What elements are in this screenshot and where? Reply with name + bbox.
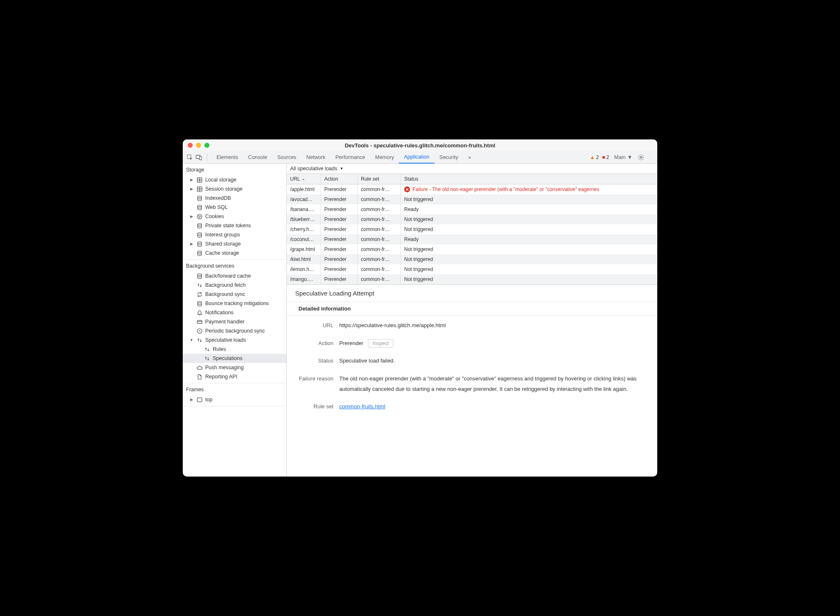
- table-row[interactable]: /coconut…Prerendercommon-fr…Ready: [287, 234, 657, 244]
- td-ruleset: common-fr…: [358, 234, 401, 244]
- sidebar-section-storage: Storage ▶Local storage▶Session storageIn…: [183, 164, 286, 260]
- tab-sources[interactable]: Sources: [272, 152, 301, 163]
- updown-icon: [204, 346, 210, 353]
- error-icon: ✕: [404, 186, 410, 192]
- sidebar-item-label: Rules: [213, 346, 226, 352]
- db-grid-icon: [196, 186, 203, 192]
- svg-point-17: [197, 214, 201, 219]
- sidebar-item-session-storage[interactable]: ▶Session storage: [183, 184, 286, 194]
- sidebar-item-label: top: [205, 397, 212, 402]
- chevron-right-icon: ▶: [189, 178, 194, 182]
- th-action[interactable]: Action: [321, 174, 358, 184]
- th-status-label: Status: [404, 176, 418, 182]
- th-url-label: URL: [290, 176, 300, 182]
- svg-point-18: [198, 215, 199, 216]
- zoom-button[interactable]: [204, 143, 209, 148]
- detail-failure-label: Failure reason: [298, 374, 339, 394]
- sidebar-item-top[interactable]: ▶top: [183, 395, 286, 404]
- td-ruleset: common-fr…: [358, 254, 401, 264]
- frame-selector[interactable]: Main ▼: [614, 154, 632, 160]
- sidebar-item-indexeddb[interactable]: IndexedDB: [183, 194, 286, 203]
- filter-label: All speculative loads: [290, 166, 337, 171]
- more-menu-icon[interactable]: [646, 154, 654, 161]
- inspect-element-icon[interactable]: [186, 154, 194, 161]
- window-title: DevTools - speculative-rules.glitch.me/c…: [183, 142, 657, 149]
- tab-application[interactable]: Application: [399, 151, 434, 164]
- sidebar-item-periodic-background-sync[interactable]: Periodic background sync: [183, 326, 286, 335]
- sidebar-item-label: Shared storage: [205, 241, 241, 247]
- tab-security[interactable]: Security: [435, 152, 463, 163]
- sidebar-item-speculations[interactable]: Speculations: [183, 354, 286, 363]
- close-button[interactable]: [188, 143, 193, 148]
- sidebar-item-interest-groups[interactable]: Interest groups: [183, 230, 286, 239]
- sidebar-heading-bg: Background services: [183, 260, 286, 271]
- sidebar-item-background-fetch[interactable]: Background fetch: [183, 281, 286, 290]
- tab-elements[interactable]: Elements: [211, 152, 243, 163]
- minimize-button[interactable]: [196, 143, 201, 148]
- sidebar-item-label: IndexedDB: [205, 195, 231, 201]
- clock-icon: [196, 328, 203, 334]
- sidebar-section-frames: Frames ▶top: [183, 383, 286, 406]
- sidebar-item-web-sql[interactable]: Web SQL: [183, 203, 286, 212]
- td-ruleset: common-fr…: [358, 244, 401, 254]
- table-row[interactable]: /cherry.h…Prerendercommon-fr…Not trigger…: [287, 224, 657, 234]
- tab-memory[interactable]: Memory: [370, 152, 399, 163]
- device-toggle-icon[interactable]: [195, 154, 203, 161]
- db-icon: [196, 222, 203, 229]
- inspect-button[interactable]: Inspect: [368, 339, 393, 348]
- sidebar-item-speculative-loads[interactable]: ▼Speculative loads: [183, 335, 286, 345]
- td-ruleset: common-fr…: [358, 204, 401, 214]
- table-row[interactable]: /mango.…Prerendercommon-fr…Not triggered: [287, 274, 657, 284]
- table-row[interactable]: /grape.htmlPrerendercommon-fr…Not trigge…: [287, 244, 657, 254]
- svg-point-24: [197, 251, 201, 252]
- sidebar-item-notifications[interactable]: Notifications: [183, 308, 286, 317]
- svg-point-20: [199, 217, 199, 218]
- filter-row[interactable]: All speculative loads ▼: [287, 164, 657, 174]
- th-url[interactable]: URL ▲: [287, 174, 321, 184]
- table-row[interactable]: /avocad…Prerendercommon-fr…Not triggered: [287, 194, 657, 204]
- table-row[interactable]: /kiwi.htmlPrerendercommon-fr…Not trigger…: [287, 254, 657, 264]
- td-ruleset: common-fr…: [358, 194, 401, 204]
- titlebar: DevTools - speculative-rules.glitch.me/c…: [183, 139, 657, 151]
- table-row[interactable]: /blueberr…Prerendercommon-fr…Not trigger…: [287, 214, 657, 224]
- sidebar-item-payment-handler[interactable]: Payment handler: [183, 317, 286, 326]
- td-ruleset: common-fr…: [358, 264, 401, 274]
- sidebar-item-reporting-api[interactable]: Reporting API: [183, 372, 286, 381]
- warning-triangle-icon: ▲: [590, 154, 595, 160]
- table-row[interactable]: /apple.htmlPrerendercommon-fr…✕Failure -…: [287, 184, 657, 194]
- settings-gear-icon[interactable]: [637, 154, 645, 161]
- sort-indicator-icon: ▲: [302, 177, 305, 181]
- warnings-square[interactable]: ■ 2: [602, 154, 609, 160]
- table-row[interactable]: /lemon.h…Prerendercommon-fr…Not triggere…: [287, 264, 657, 274]
- svg-point-23: [197, 241, 201, 243]
- sidebar-item-rules[interactable]: Rules: [183, 345, 286, 354]
- card-icon: [196, 318, 203, 325]
- sidebar-item-cookies[interactable]: ▶Cookies: [183, 212, 286, 221]
- sidebar-item-local-storage[interactable]: ▶Local storage: [183, 175, 286, 184]
- sidebar-item-label: Background sync: [205, 291, 245, 297]
- detail-action-label: Action: [298, 338, 339, 349]
- chevron-right-icon: ▶: [189, 214, 194, 219]
- ruleset-link[interactable]: common-fruits.html: [339, 403, 385, 410]
- th-status[interactable]: Status: [401, 174, 657, 184]
- sidebar-item-label: Speculative loads: [205, 337, 246, 343]
- tabs-overflow[interactable]: »: [463, 152, 476, 163]
- sidebar-item-private-state-tokens[interactable]: Private state tokens: [183, 221, 286, 230]
- warnings-triangle[interactable]: ▲ 2: [590, 154, 599, 160]
- th-ruleset[interactable]: Rule set: [358, 174, 401, 184]
- sidebar-item-shared-storage[interactable]: ▶Shared storage: [183, 239, 286, 248]
- sidebar-item-push-messaging[interactable]: Push messaging: [183, 363, 286, 372]
- sidebar-item-background-sync[interactable]: Background sync: [183, 290, 286, 299]
- svg-point-16: [197, 205, 201, 206]
- tab-performance[interactable]: Performance: [331, 152, 370, 163]
- tab-network[interactable]: Network: [301, 152, 331, 163]
- sidebar-item-back-forward-cache[interactable]: Back/forward cache: [183, 271, 286, 281]
- sidebar-item-cache-storage[interactable]: Cache storage: [183, 248, 286, 258]
- td-url: /grape.html: [287, 244, 321, 254]
- tab-console[interactable]: Console: [243, 152, 272, 163]
- td-url: /blueberr…: [287, 214, 321, 224]
- table-row[interactable]: /banana.…Prerendercommon-fr…Ready: [287, 204, 657, 214]
- sidebar-item-bounce-tracking-mitigations[interactable]: Bounce tracking mitigations: [183, 299, 286, 308]
- traffic-lights: [188, 143, 209, 148]
- detail-url-value: https://speculative-rules.glitch.me/appl…: [339, 320, 646, 331]
